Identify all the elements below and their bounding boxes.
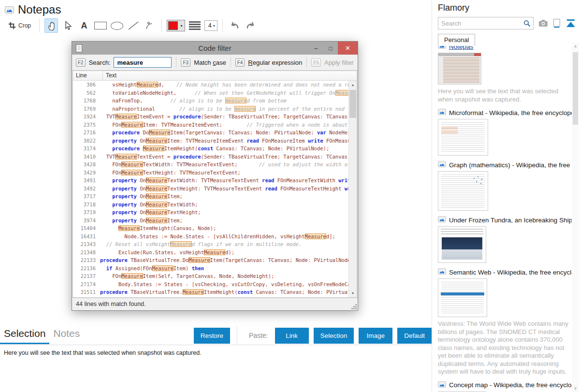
resize-grip[interactable] <box>355 308 357 309</box>
code-text: property OnMeasureItem: TVTMeasureItemEv… <box>100 137 348 145</box>
code-line-row[interactable]: 21348 Exclude(Run.States, vsHeightMeasur… <box>73 248 348 257</box>
code-line-row[interactable]: 2375 FOnMeasureItem: TVTMeasureItemEvent… <box>73 121 348 129</box>
code-line-row[interactable]: 1924 TVTMeasureItemEvent = procedure(Sen… <box>73 113 348 121</box>
search-icon[interactable] <box>523 20 531 27</box>
search-input[interactable] <box>114 57 172 68</box>
code-text: // If the height of the given node has n… <box>100 296 348 298</box>
code-line-row[interactable]: 22133procedure TBaseVirtualTree.DoMeasur… <box>73 256 348 264</box>
ellipse-tool-button[interactable] <box>110 18 124 33</box>
redo-button[interactable] <box>244 18 258 33</box>
pan-tool-button[interactable] <box>44 18 58 33</box>
code-line-row[interactable]: 1768 naFromTop, // align is to be measur… <box>73 97 348 105</box>
snapshot-app-icon <box>438 381 446 389</box>
snapshot-thumbnail[interactable] <box>438 278 487 317</box>
sidebar-scrollbar[interactable]: ∧ ∨ <box>572 43 579 392</box>
sidebar-search-box <box>438 17 534 29</box>
line-number: 2375 <box>73 121 100 129</box>
freehand-tool-button[interactable] <box>143 18 157 33</box>
close-button[interactable]: ✕ <box>338 42 358 55</box>
code-line-row[interactable]: 3174 procedure MeasureItemHeight(const C… <box>73 145 348 153</box>
camera-icon[interactable] <box>538 19 548 27</box>
paste-selection-button[interactable]: Selection <box>314 328 354 344</box>
code-line-row[interactable]: 3719 property OnMeasureTextHeight; <box>73 208 348 217</box>
snapshot-title[interactable]: Semantic Web - Wikipedia, the free encyc… <box>438 268 572 276</box>
scroll-up-arrow[interactable]: ▲ <box>349 81 357 89</box>
scroll-down-arrow[interactable]: ∨ <box>572 384 579 392</box>
dialog-scrollbar[interactable]: ▲ ▼ <box>348 81 357 297</box>
paste-label: Paste: <box>249 332 268 339</box>
code-line-row[interactable]: 3022 property OnMeasureItem: TVTMeasureI… <box>73 137 348 145</box>
color-picker-button[interactable]: ▾ <box>167 20 185 31</box>
code-line-row[interactable]: 3492 property OnMeasureTextHeight: TVTMe… <box>73 185 348 193</box>
code-line-row[interactable]: 27174 Body.States := States - [vsCheckin… <box>73 280 348 289</box>
text-tool-button[interactable]: A <box>77 18 91 33</box>
rectangle-tool-button[interactable] <box>94 18 107 33</box>
code-line-row[interactable]: 21343 // Reset all vsHeightMeasured flag… <box>73 240 348 248</box>
snapshot-thumbnail[interactable] <box>438 53 481 85</box>
code-text: FOnMeasureItem: TVTMeasureItemEvent; // … <box>100 121 348 129</box>
code-line-row[interactable]: 31511procedure TBaseVirtualTree.MeasureI… <box>73 288 348 296</box>
code-line-row[interactable]: 3428 FOnMeasureTextWidth: TVTMeasureText… <box>73 160 348 169</box>
tab-personal[interactable]: Personal <box>438 34 475 46</box>
regex-toggle[interactable]: Regular expression <box>248 59 302 66</box>
code-text: Node.States := Node.States - [vsAllChild… <box>100 232 348 241</box>
undo-button[interactable] <box>228 18 241 33</box>
apply-filter-button[interactable]: Apply filter <box>324 59 354 66</box>
snapshot-title[interactable]: Microformat - Wikipedia, the free encycl… <box>438 109 572 116</box>
snapshot-title[interactable]: Concept map - Wikipedia, the free encycl… <box>438 381 572 389</box>
line-icon <box>128 21 139 30</box>
restore-button[interactable]: Restore <box>194 328 230 344</box>
code-line-row[interactable]: 15404 MeasureItemHeight(Canvas, Node); <box>73 224 348 232</box>
scroll-down-arrow[interactable]: ▼ <box>349 289 357 297</box>
select-tool-button[interactable] <box>61 18 74 33</box>
code-line-row[interactable]: 3717 property OnMeasureItem; <box>73 192 348 201</box>
maximize-button[interactable]: □ <box>323 42 338 55</box>
dialog-titlebar[interactable]: Code filter – □ ✕ <box>72 42 358 55</box>
column-header-line[interactable]: Line <box>73 71 103 80</box>
paste-link-button[interactable]: Link <box>275 328 309 344</box>
snapshot-thumbnail[interactable] <box>438 119 488 156</box>
snapshot-caption: Here you will see the text that was sele… <box>438 87 572 103</box>
code-line-row[interactable]: 3974 property OnMeasureItem; <box>73 217 348 225</box>
match-case-toggle[interactable]: Match case <box>194 59 226 66</box>
code-line-row[interactable]: 16431 Node.States := Node.States - [vsAl… <box>73 232 348 241</box>
pen-size-dropdown[interactable]: 4 ▾ <box>204 20 217 31</box>
column-header-text[interactable]: Text <box>103 71 116 80</box>
search-input[interactable] <box>438 20 533 27</box>
code-line-row[interactable]: 3410 TVTMeasureTextEvent = procedure(Sen… <box>73 153 348 161</box>
scrollbar-thumb[interactable] <box>573 52 578 125</box>
code-line-row[interactable]: 3429 FOnMeasureTextHeight: TVTMeasureTex… <box>73 169 348 177</box>
line-width-button[interactable] <box>188 18 202 33</box>
scrollbar-thumb[interactable] <box>349 90 356 118</box>
tab-selection[interactable]: Selection <box>0 327 49 344</box>
scroll-to-top-icon[interactable] <box>565 19 576 28</box>
scroll-up-arrow[interactable]: ∧ <box>572 43 579 50</box>
snapshot-thumbnail[interactable] <box>438 226 486 263</box>
paste-image-button[interactable]: Image <box>359 328 392 344</box>
tab-notes[interactable]: Notes <box>49 327 84 343</box>
code-line-row[interactable]: 562 toVariableNodeHeight, // When set th… <box>73 89 348 97</box>
line-number: 21343 <box>73 240 100 248</box>
code-line-row[interactable]: 1769 naProportional // align is to be me… <box>73 105 348 113</box>
divider <box>237 327 237 344</box>
crop-label: Crop <box>18 22 31 29</box>
code-line-row[interactable]: 3491 property OnMeasureTextWidth: TVTMea… <box>73 176 348 185</box>
code-line-row[interactable]: 306 vsHeightMeasured, // Node height has… <box>73 81 348 89</box>
crop-button[interactable]: Crop <box>5 18 34 33</box>
minimize-button[interactable]: – <box>309 42 323 55</box>
code-line-row[interactable]: 22137 FOnMeasureItem(Self, TargetCanvas,… <box>73 272 348 280</box>
snapshot-title[interactable]: Under Frozen Tundra, an Icebreaking Ship… <box>438 216 572 224</box>
code-text: property OnMeasureTextWidth; <box>100 201 348 209</box>
filter-toolbar: F2 Search: F3 Match case F4 Regular expr… <box>72 55 358 71</box>
paste-default-button[interactable]: Default <box>397 328 432 344</box>
code-line-row[interactable]: 2716 procedure DoMeasureItem(TargetCanva… <box>73 129 348 137</box>
code-line-row[interactable]: 22136 if Assigned(FOnMeasureItem) then <box>73 264 348 273</box>
snapshot-thumbnail[interactable] <box>438 171 488 211</box>
snapshot-title[interactable]: Graph (mathematics) - Wikipedia, the fre… <box>438 161 572 169</box>
rectangle-icon <box>94 22 107 29</box>
code-line-row[interactable]: 3718 property OnMeasureTextWidth; <box>73 201 348 209</box>
chevron-down-icon[interactable]: ▾ <box>178 24 185 28</box>
new-note-icon[interactable] <box>553 19 561 28</box>
line-tool-button[interactable] <box>127 18 140 33</box>
code-line-row[interactable]: 31512// If the height of the given node … <box>73 296 348 298</box>
